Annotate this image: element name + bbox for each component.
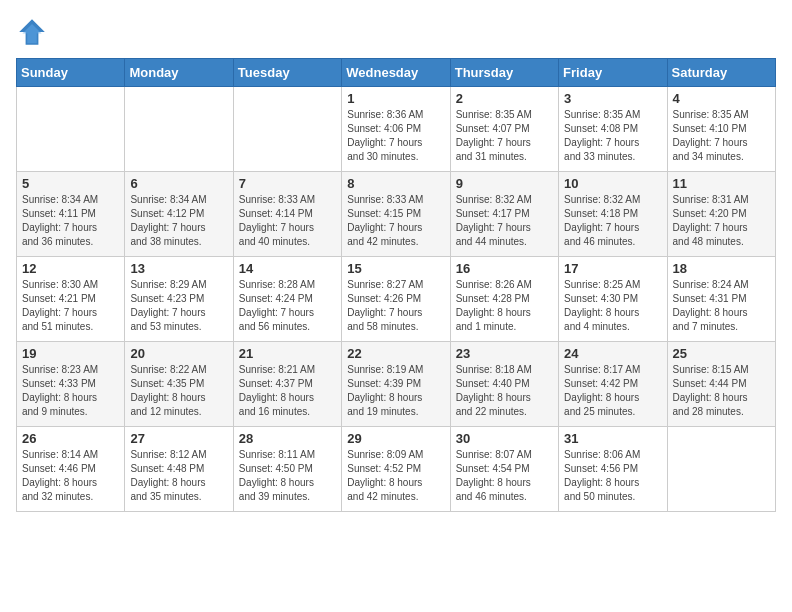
calendar-cell: 24Sunrise: 8:17 AM Sunset: 4:42 PM Dayli… xyxy=(559,342,667,427)
calendar-cell: 25Sunrise: 8:15 AM Sunset: 4:44 PM Dayli… xyxy=(667,342,775,427)
day-info: Sunrise: 8:12 AM Sunset: 4:48 PM Dayligh… xyxy=(130,448,227,504)
calendar-cell: 12Sunrise: 8:30 AM Sunset: 4:21 PM Dayli… xyxy=(17,257,125,342)
day-info: Sunrise: 8:34 AM Sunset: 4:12 PM Dayligh… xyxy=(130,193,227,249)
page-header xyxy=(16,16,776,48)
day-info: Sunrise: 8:34 AM Sunset: 4:11 PM Dayligh… xyxy=(22,193,119,249)
calendar-cell: 16Sunrise: 8:26 AM Sunset: 4:28 PM Dayli… xyxy=(450,257,558,342)
calendar-cell: 29Sunrise: 8:09 AM Sunset: 4:52 PM Dayli… xyxy=(342,427,450,512)
day-number: 11 xyxy=(673,176,770,191)
day-number: 13 xyxy=(130,261,227,276)
day-number: 6 xyxy=(130,176,227,191)
day-info: Sunrise: 8:15 AM Sunset: 4:44 PM Dayligh… xyxy=(673,363,770,419)
calendar-cell: 26Sunrise: 8:14 AM Sunset: 4:46 PM Dayli… xyxy=(17,427,125,512)
calendar-cell: 17Sunrise: 8:25 AM Sunset: 4:30 PM Dayli… xyxy=(559,257,667,342)
day-number: 23 xyxy=(456,346,553,361)
day-info: Sunrise: 8:06 AM Sunset: 4:56 PM Dayligh… xyxy=(564,448,661,504)
day-info: Sunrise: 8:17 AM Sunset: 4:42 PM Dayligh… xyxy=(564,363,661,419)
calendar-cell xyxy=(233,87,341,172)
day-info: Sunrise: 8:33 AM Sunset: 4:14 PM Dayligh… xyxy=(239,193,336,249)
day-number: 7 xyxy=(239,176,336,191)
day-number: 4 xyxy=(673,91,770,106)
calendar-cell xyxy=(125,87,233,172)
col-header-thursday: Thursday xyxy=(450,59,558,87)
col-header-saturday: Saturday xyxy=(667,59,775,87)
calendar-cell: 2Sunrise: 8:35 AM Sunset: 4:07 PM Daylig… xyxy=(450,87,558,172)
calendar-cell: 22Sunrise: 8:19 AM Sunset: 4:39 PM Dayli… xyxy=(342,342,450,427)
day-number: 18 xyxy=(673,261,770,276)
day-info: Sunrise: 8:18 AM Sunset: 4:40 PM Dayligh… xyxy=(456,363,553,419)
calendar-cell: 10Sunrise: 8:32 AM Sunset: 4:18 PM Dayli… xyxy=(559,172,667,257)
day-info: Sunrise: 8:09 AM Sunset: 4:52 PM Dayligh… xyxy=(347,448,444,504)
calendar-cell: 8Sunrise: 8:33 AM Sunset: 4:15 PM Daylig… xyxy=(342,172,450,257)
day-info: Sunrise: 8:36 AM Sunset: 4:06 PM Dayligh… xyxy=(347,108,444,164)
col-header-sunday: Sunday xyxy=(17,59,125,87)
calendar-cell: 9Sunrise: 8:32 AM Sunset: 4:17 PM Daylig… xyxy=(450,172,558,257)
day-info: Sunrise: 8:29 AM Sunset: 4:23 PM Dayligh… xyxy=(130,278,227,334)
day-number: 22 xyxy=(347,346,444,361)
day-info: Sunrise: 8:31 AM Sunset: 4:20 PM Dayligh… xyxy=(673,193,770,249)
calendar-week-row: 26Sunrise: 8:14 AM Sunset: 4:46 PM Dayli… xyxy=(17,427,776,512)
logo xyxy=(16,16,52,48)
day-number: 14 xyxy=(239,261,336,276)
day-info: Sunrise: 8:26 AM Sunset: 4:28 PM Dayligh… xyxy=(456,278,553,334)
calendar-week-row: 12Sunrise: 8:30 AM Sunset: 4:21 PM Dayli… xyxy=(17,257,776,342)
day-number: 1 xyxy=(347,91,444,106)
calendar-cell: 18Sunrise: 8:24 AM Sunset: 4:31 PM Dayli… xyxy=(667,257,775,342)
day-number: 25 xyxy=(673,346,770,361)
calendar-cell: 4Sunrise: 8:35 AM Sunset: 4:10 PM Daylig… xyxy=(667,87,775,172)
calendar-cell: 28Sunrise: 8:11 AM Sunset: 4:50 PM Dayli… xyxy=(233,427,341,512)
day-info: Sunrise: 8:30 AM Sunset: 4:21 PM Dayligh… xyxy=(22,278,119,334)
calendar-week-row: 5Sunrise: 8:34 AM Sunset: 4:11 PM Daylig… xyxy=(17,172,776,257)
day-number: 28 xyxy=(239,431,336,446)
calendar-cell xyxy=(17,87,125,172)
calendar-cell: 31Sunrise: 8:06 AM Sunset: 4:56 PM Dayli… xyxy=(559,427,667,512)
day-number: 30 xyxy=(456,431,553,446)
calendar-week-row: 1Sunrise: 8:36 AM Sunset: 4:06 PM Daylig… xyxy=(17,87,776,172)
col-header-tuesday: Tuesday xyxy=(233,59,341,87)
day-info: Sunrise: 8:32 AM Sunset: 4:17 PM Dayligh… xyxy=(456,193,553,249)
day-info: Sunrise: 8:23 AM Sunset: 4:33 PM Dayligh… xyxy=(22,363,119,419)
day-number: 21 xyxy=(239,346,336,361)
day-info: Sunrise: 8:07 AM Sunset: 4:54 PM Dayligh… xyxy=(456,448,553,504)
day-info: Sunrise: 8:11 AM Sunset: 4:50 PM Dayligh… xyxy=(239,448,336,504)
day-info: Sunrise: 8:27 AM Sunset: 4:26 PM Dayligh… xyxy=(347,278,444,334)
day-number: 12 xyxy=(22,261,119,276)
day-number: 17 xyxy=(564,261,661,276)
day-info: Sunrise: 8:24 AM Sunset: 4:31 PM Dayligh… xyxy=(673,278,770,334)
day-info: Sunrise: 8:32 AM Sunset: 4:18 PM Dayligh… xyxy=(564,193,661,249)
day-number: 29 xyxy=(347,431,444,446)
calendar-cell: 11Sunrise: 8:31 AM Sunset: 4:20 PM Dayli… xyxy=(667,172,775,257)
day-number: 8 xyxy=(347,176,444,191)
calendar-cell: 14Sunrise: 8:28 AM Sunset: 4:24 PM Dayli… xyxy=(233,257,341,342)
col-header-friday: Friday xyxy=(559,59,667,87)
calendar-cell: 3Sunrise: 8:35 AM Sunset: 4:08 PM Daylig… xyxy=(559,87,667,172)
day-number: 2 xyxy=(456,91,553,106)
day-number: 15 xyxy=(347,261,444,276)
day-number: 31 xyxy=(564,431,661,446)
day-number: 24 xyxy=(564,346,661,361)
calendar-header-row: SundayMondayTuesdayWednesdayThursdayFrid… xyxy=(17,59,776,87)
day-info: Sunrise: 8:35 AM Sunset: 4:07 PM Dayligh… xyxy=(456,108,553,164)
calendar-cell: 23Sunrise: 8:18 AM Sunset: 4:40 PM Dayli… xyxy=(450,342,558,427)
col-header-wednesday: Wednesday xyxy=(342,59,450,87)
calendar-cell: 27Sunrise: 8:12 AM Sunset: 4:48 PM Dayli… xyxy=(125,427,233,512)
calendar-cell: 7Sunrise: 8:33 AM Sunset: 4:14 PM Daylig… xyxy=(233,172,341,257)
day-number: 9 xyxy=(456,176,553,191)
logo-icon xyxy=(16,16,48,48)
day-number: 16 xyxy=(456,261,553,276)
calendar-cell: 20Sunrise: 8:22 AM Sunset: 4:35 PM Dayli… xyxy=(125,342,233,427)
calendar-cell: 19Sunrise: 8:23 AM Sunset: 4:33 PM Dayli… xyxy=(17,342,125,427)
calendar-table: SundayMondayTuesdayWednesdayThursdayFrid… xyxy=(16,58,776,512)
day-number: 10 xyxy=(564,176,661,191)
day-info: Sunrise: 8:22 AM Sunset: 4:35 PM Dayligh… xyxy=(130,363,227,419)
day-info: Sunrise: 8:14 AM Sunset: 4:46 PM Dayligh… xyxy=(22,448,119,504)
col-header-monday: Monday xyxy=(125,59,233,87)
calendar-cell: 13Sunrise: 8:29 AM Sunset: 4:23 PM Dayli… xyxy=(125,257,233,342)
day-info: Sunrise: 8:25 AM Sunset: 4:30 PM Dayligh… xyxy=(564,278,661,334)
day-info: Sunrise: 8:35 AM Sunset: 4:10 PM Dayligh… xyxy=(673,108,770,164)
calendar-cell: 21Sunrise: 8:21 AM Sunset: 4:37 PM Dayli… xyxy=(233,342,341,427)
calendar-cell xyxy=(667,427,775,512)
calendar-cell: 6Sunrise: 8:34 AM Sunset: 4:12 PM Daylig… xyxy=(125,172,233,257)
day-number: 26 xyxy=(22,431,119,446)
day-info: Sunrise: 8:19 AM Sunset: 4:39 PM Dayligh… xyxy=(347,363,444,419)
